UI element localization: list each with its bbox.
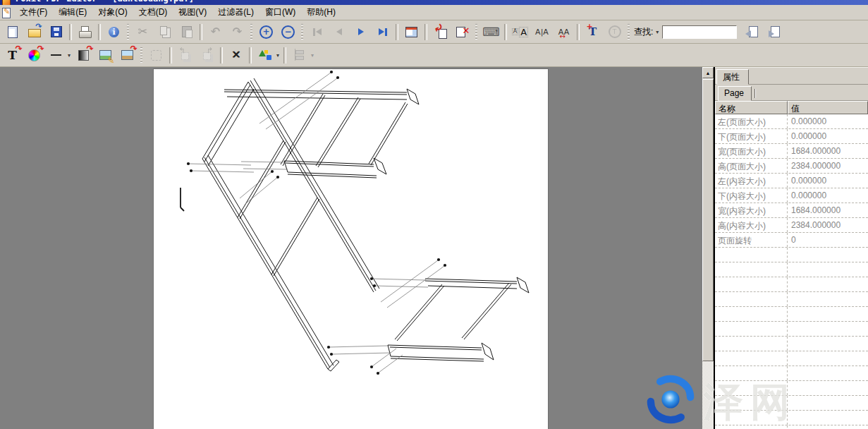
application-window: Foxit PDF Editor - [danluodang.pdf] 文件(F…: [0, 0, 868, 429]
replace-image-tool-button[interactable]: [117, 45, 137, 66]
property-value: [788, 381, 868, 395]
toolbar-grip[interactable]: [250, 24, 252, 40]
page-display-button[interactable]: [401, 22, 422, 42]
column-header-value[interactable]: 值: [788, 101, 868, 114]
property-value: [788, 396, 868, 410]
line-tool-icon: [49, 47, 64, 63]
menu-window[interactable]: 窗口(W): [259, 6, 301, 18]
property-value[interactable]: 0.000000: [788, 129, 868, 143]
property-value[interactable]: 2384.000000: [788, 159, 868, 173]
edit-image-tool-button[interactable]: [95, 45, 116, 66]
menu-document[interactable]: 文档(D): [133, 6, 173, 18]
menu-object[interactable]: 对象(O): [92, 6, 133, 18]
menu-file[interactable]: 文件(F): [14, 6, 53, 18]
font-width-button[interactable]: [554, 22, 574, 42]
property-name: 高(页面大小): [715, 159, 788, 173]
insert-objects-button[interactable]: [255, 45, 275, 66]
toolbar-grip[interactable]: [301, 24, 303, 40]
pdf-page[interactable]: [154, 69, 548, 429]
property-name: [715, 425, 788, 429]
property-row[interactable]: 页面旋转0: [715, 233, 868, 248]
find-next-button[interactable]: [764, 22, 784, 42]
delete-object-button[interactable]: [226, 45, 246, 66]
vertical-scrollbar[interactable]: ▲: [702, 67, 714, 429]
property-row-empty: [715, 248, 868, 262]
open-file-button[interactable]: [24, 22, 44, 42]
font-replace-button[interactable]: [510, 22, 530, 42]
toolbar-grip[interactable]: [628, 24, 630, 40]
column-header-name[interactable]: 名称: [715, 101, 788, 114]
property-row[interactable]: 高(内容大小)2384.000000: [715, 218, 868, 233]
scrollbar-thumb[interactable]: [702, 79, 714, 361]
menu-help[interactable]: 帮助(H): [301, 6, 341, 18]
property-row[interactable]: 下(内容大小)0.000000: [715, 188, 868, 203]
tab-page[interactable]: Page: [718, 86, 752, 101]
property-row[interactable]: 宽(内容大小)1684.000000: [715, 203, 868, 218]
find-history-dropdown[interactable]: ▾: [655, 29, 661, 35]
property-value[interactable]: 0: [788, 233, 868, 247]
property-row[interactable]: 高(页面大小)2384.000000: [715, 159, 868, 174]
property-value: [788, 248, 868, 262]
line-tool-dropdown[interactable]: ▾: [67, 52, 73, 59]
toolbar-grip[interactable]: [140, 47, 142, 63]
save-file-button[interactable]: [46, 22, 66, 42]
property-value[interactable]: 0.000000: [788, 188, 868, 203]
virtual-keyboard-button[interactable]: [481, 22, 501, 42]
property-value[interactable]: 0.000000: [788, 114, 868, 128]
undo-button: [205, 22, 226, 42]
text-tool-icon: [5, 47, 20, 63]
insert-objects-dropdown[interactable]: ▾: [276, 52, 281, 59]
save-icon: [49, 24, 64, 40]
edit-text-tool-button[interactable]: [2, 45, 23, 66]
property-name: 页面旋转: [715, 233, 788, 247]
find-next-icon: [766, 24, 782, 40]
zoom-in-button[interactable]: [256, 22, 276, 42]
color-wheel-icon: [27, 47, 42, 63]
find-previous-button[interactable]: [742, 22, 762, 42]
property-row[interactable]: 左(页面大小)0.000000: [715, 114, 868, 129]
font-width-icon: [556, 24, 572, 40]
property-name: [715, 396, 788, 410]
zoom-out-button[interactable]: [278, 22, 298, 42]
toolbar-object-tools: ▾▾▾: [0, 44, 868, 67]
toolbar-separator: [577, 24, 580, 40]
find-input[interactable]: [662, 25, 737, 39]
property-row[interactable]: 左(内容大小)0.000000: [715, 174, 868, 188]
menu-edit[interactable]: 编辑(E): [53, 6, 92, 18]
new-icon: [5, 24, 20, 40]
document-canvas[interactable]: [0, 67, 702, 429]
new-document-button[interactable]: [2, 22, 23, 42]
menu-view[interactable]: 视图(V): [173, 6, 212, 18]
rotate-page-button[interactable]: [430, 22, 451, 42]
copy-button: [154, 22, 175, 42]
property-row[interactable]: 宽(页面大小)1684.000000: [715, 144, 868, 159]
property-value[interactable]: 1684.000000: [788, 144, 868, 158]
property-name: [715, 337, 788, 351]
font-pair-icon: [534, 24, 550, 40]
print-button[interactable]: [75, 22, 95, 42]
line-tool-button[interactable]: [46, 45, 66, 66]
color-tool-button[interactable]: [24, 45, 44, 66]
font-pair-button[interactable]: [532, 22, 552, 42]
toolbar-grip[interactable]: [127, 24, 129, 40]
next-page-button[interactable]: [350, 22, 371, 42]
document-info-button[interactable]: [104, 22, 124, 42]
document-window-icon[interactable]: [1, 7, 11, 18]
shading-tool-button[interactable]: [73, 45, 94, 66]
delete-page-button[interactable]: [452, 22, 472, 42]
last-page-button[interactable]: [372, 22, 393, 42]
toolbar-separator: [504, 24, 507, 40]
toolbar-grip[interactable]: [475, 24, 477, 40]
print-icon: [78, 24, 93, 40]
property-value[interactable]: 1684.000000: [788, 203, 868, 217]
property-value[interactable]: 0.000000: [788, 174, 868, 188]
app-icon: [2, 0, 11, 5]
scroll-up-button[interactable]: ▲: [702, 67, 714, 78]
menu-filter[interactable]: 过滤器(L): [212, 6, 259, 18]
title-bar: Foxit PDF Editor - [danluodang.pdf]: [0, 0, 868, 5]
property-value[interactable]: 2384.000000: [788, 218, 868, 232]
property-row[interactable]: 下(页面大小)0.000000: [715, 129, 868, 144]
info-icon: [106, 24, 122, 40]
add-text-button[interactable]: [582, 22, 603, 42]
paste-icon: [179, 24, 195, 40]
